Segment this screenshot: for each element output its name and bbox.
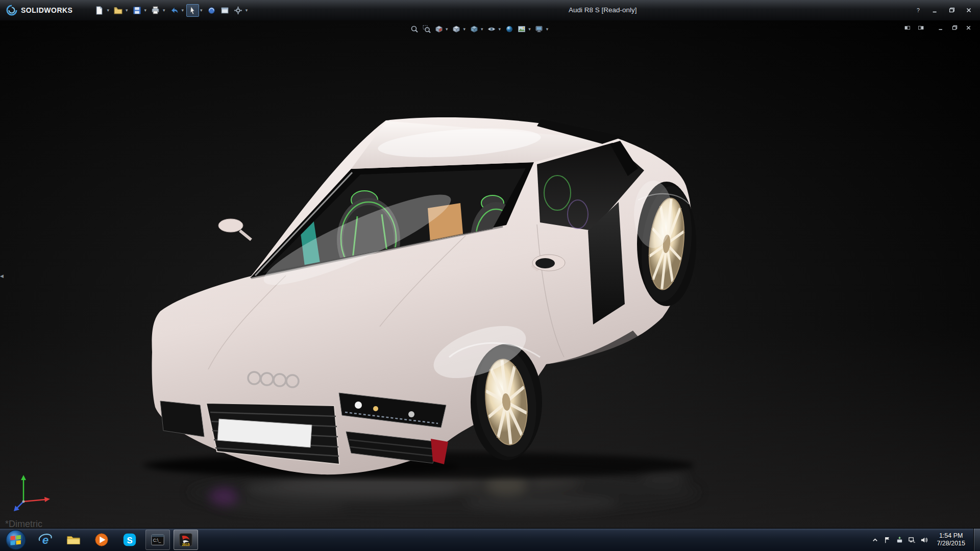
network[interactable] [906, 532, 917, 547]
undo-caret[interactable]: ▾ [182, 8, 184, 13]
document-window-controls [902, 23, 973, 32]
ds-logo-icon [6, 5, 17, 16]
left-side-mirror[interactable] [218, 219, 251, 240]
window-title: Audi R8 S [Read-only] [569, 0, 637, 20]
display-style-caret[interactable]: ▾ [481, 27, 483, 32]
headsup-view-toolbar: ▾▾▾▾▾▾ [408, 22, 550, 36]
doc-close[interactable] [964, 23, 973, 32]
save-caret[interactable]: ▾ [144, 8, 147, 13]
maximize[interactable] [947, 5, 957, 15]
view-orientation[interactable] [451, 23, 462, 36]
doc-minimize[interactable] [936, 23, 945, 32]
edit-appearance[interactable] [503, 23, 515, 36]
file-properties[interactable] [218, 4, 231, 17]
open-document-caret[interactable]: ▾ [126, 8, 128, 13]
zoom-area[interactable] [421, 23, 432, 36]
svg-text:?: ? [917, 7, 920, 13]
hide-show-items[interactable] [486, 23, 498, 36]
close[interactable] [964, 5, 974, 15]
section-view[interactable] [433, 23, 445, 36]
show-desktop-button[interactable] [973, 529, 980, 551]
clock-date: 7/28/2015 [937, 540, 965, 547]
select-tool-caret[interactable]: ▾ [200, 8, 203, 13]
safely-remove-hardware[interactable] [894, 532, 905, 547]
solidworks-window: SOLIDWORKS ▾▾▾▾▾▾▾ Audi R8 S [Read-only]… [0, 0, 980, 551]
doc-restore[interactable] [950, 23, 959, 32]
options[interactable] [232, 4, 244, 17]
clock-time: 1:54 PM [937, 532, 965, 540]
window-controls: ? [913, 0, 974, 20]
graphics-viewport[interactable]: ▾▾▾▾▾▾ ◀ *Dimetric [0, 20, 980, 528]
svg-text:S: S [127, 536, 132, 545]
taskbar-items: eSC:\_2015 [0, 529, 198, 551]
new-document[interactable] [93, 4, 106, 17]
minimize[interactable] [930, 5, 940, 15]
svg-text:2015: 2015 [182, 543, 190, 546]
save[interactable] [131, 4, 143, 17]
volume[interactable] [918, 532, 929, 547]
solidworks-logo: SOLIDWORKS [0, 0, 79, 20]
view-settings-caret[interactable]: ▾ [546, 27, 549, 32]
select-tool[interactable] [186, 4, 199, 17]
open-document[interactable] [112, 4, 125, 17]
skype[interactable]: S [117, 530, 142, 550]
taskbar: eSC:\_2015 1:54 PM 7/28/2015 [0, 528, 980, 551]
apply-scene-caret[interactable]: ▾ [528, 27, 531, 32]
titlebar: SOLIDWORKS ▾▾▾▾▾▾▾ Audi R8 S [Read-only]… [0, 0, 980, 20]
tray-expand[interactable] [869, 532, 880, 547]
doc-pane-right[interactable] [916, 23, 925, 32]
solidworks-2015[interactable]: 2015 [174, 530, 198, 550]
undo[interactable] [168, 4, 181, 17]
print[interactable] [149, 4, 162, 17]
help[interactable]: ? [913, 5, 923, 15]
rotate-view[interactable] [205, 4, 218, 17]
zoom-fit[interactable] [408, 23, 420, 36]
system-clock[interactable]: 1:54 PM 7/28/2015 [933, 532, 970, 547]
system-tray: 1:54 PM 7/28/2015 [867, 529, 980, 551]
new-document-caret[interactable]: ▾ [107, 8, 109, 13]
tray-icons [867, 529, 929, 551]
orientation-triad [12, 472, 53, 513]
view-orientation-caret[interactable]: ▾ [463, 27, 466, 32]
apply-scene[interactable] [516, 23, 527, 36]
left-intake[interactable] [160, 401, 204, 437]
main-toolbar: ▾▾▾▾▾▾▾ [93, 4, 250, 17]
graphics-area-3d-scene[interactable] [0, 20, 980, 528]
hide-show-items-caret[interactable]: ▾ [499, 27, 501, 32]
windows-explorer[interactable] [61, 530, 86, 550]
feature-panel-collapse-arrow[interactable]: ◀ [0, 269, 6, 283]
section-view-caret[interactable]: ▾ [446, 27, 448, 32]
doc-pane-left[interactable] [902, 23, 912, 32]
print-caret[interactable]: ▾ [163, 8, 165, 13]
view-settings[interactable] [533, 23, 545, 36]
command-prompt[interactable]: C:\_ [145, 530, 170, 550]
internet-explorer[interactable]: e [33, 530, 58, 550]
svg-text:C:\_: C:\_ [153, 538, 161, 543]
display-style[interactable] [468, 23, 480, 36]
brand-text: SOLIDWORKS [21, 6, 72, 14]
start-button[interactable] [2, 530, 30, 550]
view-orientation-label: *Dimetric [5, 519, 42, 528]
action-center-flag[interactable] [881, 532, 893, 547]
options-caret[interactable]: ▾ [246, 8, 248, 13]
media-player[interactable] [89, 530, 114, 550]
